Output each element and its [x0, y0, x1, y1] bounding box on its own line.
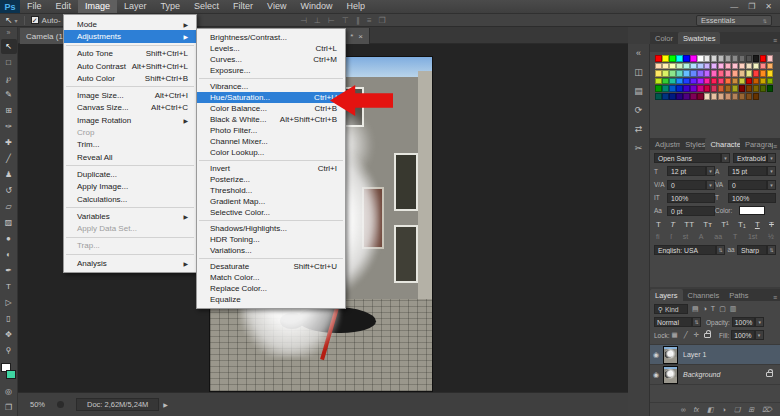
swatch[interactable] — [739, 70, 746, 77]
swatch[interactable] — [669, 93, 676, 100]
opentype-button-5[interactable]: aa — [714, 233, 722, 240]
swatch[interactable] — [753, 70, 760, 77]
swatches-tab-color[interactable]: Color — [650, 32, 678, 44]
layers-tab-channels[interactable]: Channels — [683, 289, 725, 301]
menubar-item-image[interactable]: Image — [78, 0, 117, 13]
swatch[interactable] — [676, 55, 683, 62]
format-button-3[interactable]: TT — [684, 220, 694, 229]
swatch[interactable] — [739, 55, 746, 62]
chevron-down-icon[interactable]: ▾ — [706, 166, 715, 176]
format-button-5[interactable]: T¹ — [721, 220, 729, 229]
opacity-field[interactable]: 100% — [732, 317, 755, 327]
swatch[interactable] — [753, 55, 760, 62]
swatch[interactable] — [662, 85, 669, 92]
layer-filter-icon-4[interactable]: ▢ — [719, 305, 726, 313]
swatch[interactable] — [746, 55, 753, 62]
swatch[interactable] — [767, 78, 774, 85]
swatch[interactable] — [697, 55, 704, 62]
kerning-field[interactable]: 0 — [667, 180, 706, 190]
swatch[interactable] — [746, 78, 753, 85]
swatch[interactable] — [669, 55, 676, 62]
swatch[interactable] — [732, 55, 739, 62]
chevron-down-icon[interactable]: ▾ — [721, 153, 730, 163]
swatch[interactable] — [683, 78, 690, 85]
swatch[interactable] — [739, 93, 746, 100]
image-menu-item-variables[interactable]: Variables▶ — [64, 210, 196, 222]
swatch[interactable] — [683, 93, 690, 100]
swatch[interactable] — [669, 63, 676, 70]
image-menu-item-calculations[interactable]: Calculations... — [64, 193, 196, 205]
opentype-button-2[interactable]: ſ — [670, 233, 672, 240]
swatch[interactable] — [683, 85, 690, 92]
swatch[interactable] — [725, 63, 732, 70]
swatch[interactable] — [718, 85, 725, 92]
collapsed-panel-2-icon[interactable]: ▤ — [634, 86, 643, 96]
menubar-item-filter[interactable]: Filter — [226, 0, 260, 13]
opentype-button-8[interactable]: ½ — [768, 233, 774, 240]
link-layers-icon[interactable]: ∞ — [681, 406, 686, 414]
swatch[interactable] — [746, 85, 753, 92]
adjustments-item-hdr-toning[interactable]: HDR Toning... — [197, 234, 345, 245]
collapse-toolbar-icon[interactable]: » — [7, 29, 11, 36]
status-expand-icon[interactable]: ▶ — [163, 401, 168, 408]
adjustments-item-color-balance[interactable]: Color Balance...Ctrl+B — [197, 103, 345, 114]
swatch[interactable] — [711, 70, 718, 77]
adjustments-item-equalize[interactable]: Equalize — [197, 294, 345, 305]
swatch[interactable] — [760, 55, 767, 62]
swatch[interactable] — [697, 85, 704, 92]
swatch[interactable] — [676, 78, 683, 85]
swatch[interactable] — [760, 63, 767, 70]
swatch[interactable] — [704, 63, 711, 70]
swatch[interactable] — [746, 93, 753, 100]
swatch[interactable] — [718, 70, 725, 77]
adjustments-item-channel-mixer[interactable]: Channel Mixer... — [197, 136, 345, 147]
chevron-down-icon[interactable]: ▾ — [755, 330, 764, 340]
eraser-tool[interactable]: ▱ — [1, 199, 17, 214]
gradient-tool[interactable]: ▨ — [1, 215, 17, 230]
swatch[interactable] — [746, 70, 753, 77]
move-tool-icon[interactable]: ↖ — [0, 15, 15, 25]
menubar-item-window[interactable]: Window — [293, 0, 339, 13]
image-menu-item-canvas-size[interactable]: Canvas Size...Alt+Ctrl+C — [64, 102, 196, 114]
layers-tab-layers[interactable]: Layers — [650, 289, 683, 301]
format-button-2[interactable]: T — [670, 220, 675, 229]
layer-effects-icon[interactable]: fx — [694, 406, 699, 414]
rectangle-tool[interactable]: ▯ — [1, 311, 17, 326]
align-icon-6[interactable]: ≡ — [367, 16, 372, 25]
swatch[interactable] — [662, 78, 669, 85]
image-menu-item-duplicate[interactable]: Duplicate... — [64, 168, 196, 180]
workspace-switcher[interactable]: Essentials ⇅ — [696, 15, 772, 26]
layer-thumbnail[interactable] — [663, 346, 678, 364]
move-tool[interactable]: ↖ — [1, 39, 17, 54]
expand-panels-icon[interactable]: « — [636, 48, 641, 58]
layer-filter-icon-3[interactable]: T — [711, 305, 715, 313]
font-style-select[interactable]: Extrabold — [733, 153, 767, 163]
swatch[interactable] — [739, 85, 746, 92]
chevron-down-icon[interactable]: ▾ — [767, 166, 776, 176]
type-tool[interactable]: T — [1, 279, 17, 294]
chevron-down-icon[interactable]: ▾ — [767, 153, 776, 163]
menubar-item-select[interactable]: Select — [187, 0, 226, 13]
clone-stamp-tool[interactable]: ♟ — [1, 167, 17, 182]
swatch[interactable] — [655, 70, 662, 77]
format-button-8[interactable]: T — [769, 220, 774, 229]
swatch[interactable] — [662, 93, 669, 100]
swatch[interactable] — [662, 55, 669, 62]
swatch[interactable] — [767, 55, 774, 62]
brush-tool[interactable]: ╱ — [1, 151, 17, 166]
swatch[interactable] — [718, 93, 725, 100]
swatch[interactable] — [690, 63, 697, 70]
align-icon-4[interactable]: ⊤ — [342, 16, 349, 25]
swatch[interactable] — [676, 63, 683, 70]
swatch[interactable] — [704, 85, 711, 92]
anti-alias-select[interactable]: Sharp — [737, 245, 767, 255]
swatch[interactable] — [662, 63, 669, 70]
swatch[interactable] — [725, 85, 732, 92]
visibility-eye-icon[interactable]: ◉ — [653, 351, 663, 359]
text-color-swatch[interactable] — [739, 206, 765, 215]
dodge-tool[interactable]: ◐ — [1, 247, 17, 262]
opentype-button-7[interactable]: 1st — [748, 233, 757, 240]
adjustments-item-color-lookup[interactable]: Color Lookup... — [197, 147, 345, 158]
baseline-shift-field[interactable]: 0 pt — [667, 206, 715, 216]
swatch[interactable] — [718, 78, 725, 85]
